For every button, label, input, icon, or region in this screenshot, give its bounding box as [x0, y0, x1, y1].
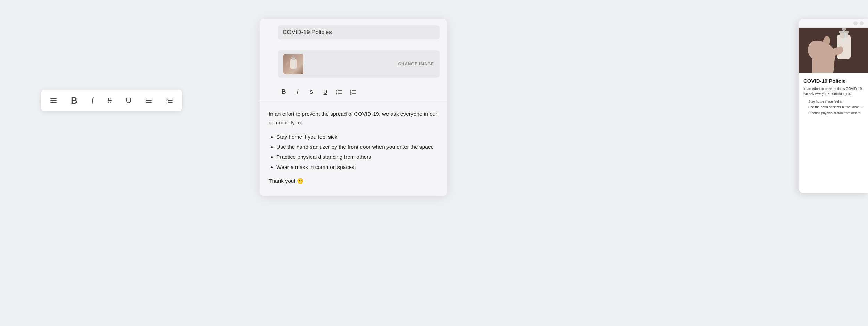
format-numbered-button[interactable]: 1. 2. 3. — [347, 86, 359, 98]
list-item: Wear a mask in common spaces. — [276, 163, 438, 171]
body-bullet-list: Stay home if you feel sick Use the hand … — [269, 133, 438, 171]
list-item: Use the hand sanitizer b front door when… — [808, 105, 863, 109]
title-input[interactable] — [278, 25, 440, 39]
bold-button[interactable]: B — [69, 95, 80, 106]
strikethrough-button[interactable]: S — [106, 95, 114, 106]
preview-hero-image — [799, 28, 868, 73]
svg-rect-25 — [292, 55, 295, 56]
change-image-button[interactable]: CHANGE IMAGE — [398, 62, 434, 66]
svg-point-7 — [146, 102, 147, 103]
svg-point-3 — [146, 99, 147, 99]
svg-rect-21 — [290, 59, 297, 69]
image-row: CHANGE IMAGE — [260, 46, 447, 82]
svg-text:3.: 3. — [166, 101, 168, 104]
svg-point-26 — [336, 90, 337, 91]
svg-rect-43 — [842, 28, 846, 30]
floating-toolbar: B I S U 1. 2. 3. — [41, 90, 182, 111]
list-item: Practice physical distancing from others — [276, 153, 438, 161]
format-underline-button[interactable]: U — [319, 86, 331, 98]
preview-title: COVID-19 Policie — [803, 78, 863, 84]
svg-point-30 — [336, 93, 337, 95]
window-control-1 — [853, 21, 858, 25]
window-control-2 — [860, 21, 864, 25]
underline-button[interactable]: U — [124, 95, 133, 106]
list-item: Use the hand sanitizer by the front door… — [276, 143, 438, 151]
svg-text:3.: 3. — [350, 93, 352, 95]
svg-point-28 — [336, 92, 337, 93]
format-bullet-button[interactable] — [333, 86, 345, 98]
list-item: Practice physical distan from others — [808, 111, 863, 115]
title-row — [260, 19, 447, 46]
editor-panel: CHANGE IMAGE B I S U 1. 2. — [260, 19, 447, 196]
format-toolbar: B I S U 1. 2. 3. — [260, 82, 447, 101]
thumbnail-image — [283, 54, 303, 74]
body-intro-text: In an effort to prevent the spread of CO… — [269, 110, 438, 127]
image-row-inner: CHANGE IMAGE — [278, 50, 440, 78]
preview-bullet-list: Stay home if you feel si Use the hand sa… — [803, 99, 863, 115]
bullet-list-button[interactable] — [143, 96, 154, 105]
format-bold-button[interactable]: B — [278, 86, 290, 98]
closing-text: Thank you! 🙂 — [269, 177, 438, 186]
numbered-list-button[interactable]: 1. 2. 3. — [164, 96, 175, 105]
preview-intro: In an effort to prevent the s COVID-19, … — [803, 87, 863, 96]
preview-top-bar — [799, 19, 868, 28]
body-content: In an effort to prevent the spread of CO… — [260, 101, 447, 196]
format-italic-button[interactable]: I — [292, 86, 303, 98]
list-item: Stay home if you feel si — [808, 99, 863, 104]
italic-button[interactable]: I — [89, 95, 96, 106]
preview-panel: COVID-19 Policie In an effort to prevent… — [799, 19, 868, 193]
align-button[interactable] — [48, 96, 59, 105]
preview-body: COVID-19 Policie In an effort to prevent… — [799, 73, 868, 119]
format-strike-button[interactable]: S — [306, 86, 317, 98]
svg-point-5 — [146, 100, 147, 101]
list-item: Stay home if you feel sick — [276, 133, 438, 141]
